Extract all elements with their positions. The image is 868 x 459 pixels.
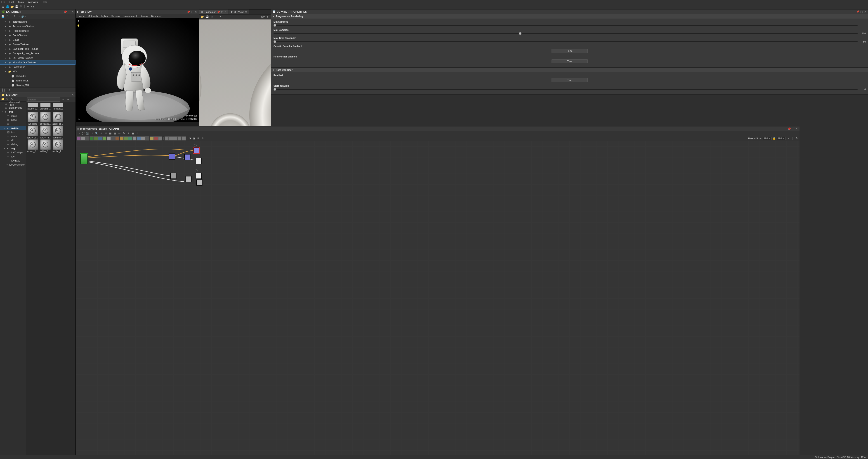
graph-node[interactable]: [170, 173, 177, 179]
explorer-tree[interactable]: ▸ ◈ TorsoTexture▸ ◈ AccessoriesTexture▸ …: [0, 19, 75, 88]
node-blend-icon[interactable]: [111, 136, 115, 141]
settings-dots-icon[interactable]: ⋯: [71, 97, 75, 102]
tree-item-backpack_top_texture[interactable]: ▸ ◈ Backpack_Top_Texture: [0, 47, 75, 51]
start-iteration-slider[interactable]: [274, 89, 858, 90]
favorite-icon[interactable]: ★: [66, 97, 70, 102]
node-cp-icon[interactable]: [158, 136, 162, 141]
library-thumb[interactable]: [40, 103, 51, 107]
parent-height-input[interactable]: 256▾: [777, 137, 786, 140]
edit-icon[interactable]: ✎: [10, 97, 14, 102]
node-g2-icon[interactable]: [169, 136, 173, 141]
maximize-icon[interactable]: ▢: [67, 93, 70, 96]
info-icon[interactable]: i: [7, 88, 11, 92]
node-g1-icon[interactable]: [164, 136, 168, 141]
graph-node[interactable]: [195, 158, 202, 164]
parent-width-input[interactable]: 256▾: [763, 137, 772, 140]
graph-canvas[interactable]: [76, 141, 800, 455]
share-icon[interactable]: ⚭: [218, 15, 222, 19]
select-icon[interactable]: ▭: [76, 132, 81, 136]
library-thumb[interactable]: aquamar...: [53, 125, 64, 139]
tab-basecolor[interactable]: ▦ Basecolor 📌 ▢ ✕: [199, 9, 229, 14]
tree-item-bootstexture[interactable]: ▸ ◈ BootsTexture: [0, 33, 75, 37]
maximize-icon[interactable]: ▢: [67, 10, 70, 13]
menu-windows[interactable]: Windows: [28, 1, 38, 3]
close-icon[interactable]: ✕: [194, 10, 197, 13]
redo-icon[interactable]: ↷▾: [31, 5, 35, 9]
node-transform-icon[interactable]: [137, 136, 141, 141]
library-item-lwconversion[interactable]: ≡ LwConversion: [0, 163, 26, 167]
graph-node[interactable]: [169, 153, 175, 160]
export-icon[interactable]: ⇪: [12, 15, 17, 19]
viewport-3d[interactable]: ■ 💡: [76, 18, 199, 122]
node-noise-icon[interactable]: [98, 136, 102, 141]
library-thumb[interactable]: apply_m...: [40, 125, 51, 139]
maximize-icon[interactable]: ▢: [221, 11, 223, 13]
node-circle-icon[interactable]: [128, 136, 132, 141]
library-item-debug[interactable]: ≡ debug: [0, 142, 26, 146]
menu-help[interactable]: Help: [42, 1, 47, 3]
camera-icon[interactable]: ■: [76, 19, 80, 23]
library-item-alg[interactable]: ▸ ▸ alg: [0, 146, 26, 150]
node-g3-icon[interactable]: [173, 136, 177, 141]
view3d-menu-materials[interactable]: Materials: [88, 15, 98, 18]
node-stripes-icon[interactable]: [120, 136, 124, 141]
graph-node[interactable]: [196, 179, 203, 186]
close-icon[interactable]: ✕: [224, 11, 226, 13]
node-out3-icon[interactable]: ⊞: [196, 136, 200, 141]
tab-3dview[interactable]: ◧ 3D View ✕: [229, 9, 249, 14]
library-thumb[interactable]: apply_du...: [27, 125, 38, 139]
library-thumb[interactable]: anodized...: [40, 112, 51, 125]
close-icon[interactable]: ✕: [71, 93, 74, 96]
grid-icon[interactable]: ▦: [108, 132, 112, 136]
library-thumb[interactable]: [27, 103, 38, 107]
filter-icon[interactable]: ▽: [61, 97, 65, 102]
tree-item-curvedbg[interactable]: ⬤ CurvedBG: [0, 74, 75, 78]
library-item-base[interactable]: ≡ base: [0, 118, 26, 122]
fit-icon[interactable]: ⤢: [99, 132, 103, 136]
node-out2-icon[interactable]: ▣: [192, 136, 196, 141]
settings-icon[interactable]: ⚙: [795, 136, 799, 141]
tree-item-bg_mesh_texture[interactable]: ▸ ◈ BG_Mesh_Texture: [0, 56, 75, 60]
save-icon[interactable]: 💾: [14, 5, 19, 9]
library-item-lw[interactable]: ≡ Lw: [0, 154, 26, 159]
library-item-measured bsdf[interactable]: ▤ Measured BSDF: [0, 102, 26, 106]
close-icon[interactable]: ✕: [245, 11, 247, 13]
tree-item-accessoriestexture[interactable]: ▸ ◈ AccessoriesTexture: [0, 24, 75, 29]
close-icon[interactable]: ✕: [864, 10, 867, 13]
filter-small-icon[interactable]: ⎡⎦: [1, 88, 5, 92]
pin-icon[interactable]: 📌: [217, 11, 220, 13]
chevron-down-icon[interactable]: ▾: [266, 15, 270, 19]
light-icon[interactable]: 💡: [76, 24, 80, 28]
node-light-icon[interactable]: [132, 136, 136, 141]
camera-icon[interactable]: 📷: [86, 132, 90, 136]
menu-edit[interactable]: Edit: [9, 1, 14, 3]
home-icon[interactable]: ⌂: [1, 5, 5, 9]
tree-item-torso_mdl[interactable]: ⬤ Torso_MDL: [0, 78, 75, 83]
library-item-nvidia[interactable]: ▸ ▸ nvidia: [0, 126, 26, 130]
node-image-icon[interactable]: [76, 136, 81, 141]
tree-item-backpack_low_texture[interactable]: ▸ ◈ Backpack_Low_Texture: [0, 51, 75, 56]
node-out4-icon[interactable]: ⊟: [200, 136, 204, 141]
node-noise2-icon[interactable]: [124, 136, 128, 141]
max-samples-slider[interactable]: [274, 33, 858, 34]
view3d-menu-lights[interactable]: Lights: [101, 15, 107, 18]
zoom-icon[interactable]: 🔍: [95, 132, 99, 136]
marquee-icon[interactable]: ⛶: [81, 132, 85, 136]
library-thumb[interactable]: [53, 103, 64, 107]
library-item-light profile[interactable]: ▤ Light Profile: [0, 106, 26, 110]
tree-item-helmettexture[interactable]: ▸ ◈ HelmetTexture: [0, 29, 75, 33]
library-thumb[interactable]: ashlar_2x...: [40, 139, 51, 153]
view3d-menu-renderer[interactable]: Renderer: [151, 15, 162, 18]
node-svg-icon[interactable]: [150, 136, 154, 141]
crop-icon[interactable]: #: [135, 132, 140, 136]
node-flame-icon[interactable]: [94, 136, 98, 141]
link-icon[interactable]: ⇆: [122, 132, 126, 136]
more-icon[interactable]: »: [786, 136, 791, 141]
edit-icon[interactable]: ✎: [126, 132, 130, 136]
pin-icon[interactable]: 📌: [856, 10, 860, 13]
node-out1-icon[interactable]: ◑: [188, 136, 192, 141]
firefly-toggle[interactable]: True: [552, 59, 588, 63]
section-progressive-rendering[interactable]: ▾ Progressive Rendering: [271, 14, 868, 19]
library-item-math[interactable]: ≡ math: [0, 134, 26, 138]
open-folder-icon[interactable]: 📂: [10, 5, 14, 9]
